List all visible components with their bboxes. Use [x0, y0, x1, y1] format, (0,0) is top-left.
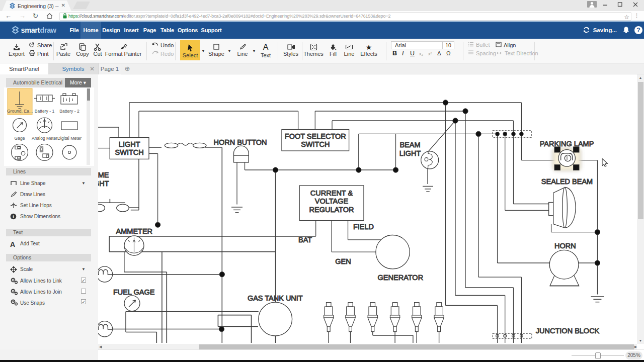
svg-text:SWITCH: SWITCH: [115, 148, 144, 156]
svg-text:HORN BUTTON: HORN BUTTON: [213, 138, 267, 146]
svg-text:PARKING LAMP: PARKING LAMP: [540, 140, 594, 148]
svg-text:JUNCTION BLOCK: JUNCTION BLOCK: [536, 327, 600, 335]
svg-text:smart: smart: [21, 26, 40, 34]
svg-text:GAS TANK UNIT: GAS TANK UNIT: [248, 294, 303, 302]
svg-text:GENERATOR: GENERATOR: [378, 274, 424, 282]
svg-text:AMMETER: AMMETER: [116, 227, 153, 235]
svg-text:SWITCH: SWITCH: [301, 140, 330, 148]
svg-text:GHT: GHT: [98, 179, 109, 188]
svg-text:draw: draw: [40, 26, 57, 34]
svg-text:REGULATOR: REGULATOR: [309, 206, 354, 214]
svg-text:Ground, Ea...: Ground, Ea...: [7, 109, 33, 114]
svg-text:BEAM: BEAM: [399, 141, 420, 149]
svg-text:Digital Meter: Digital Meter: [57, 136, 82, 141]
svg-text:Battery - 1: Battery - 1: [35, 109, 55, 114]
svg-text:GEN: GEN: [335, 257, 351, 265]
svg-text:BAT: BAT: [298, 236, 312, 244]
svg-text:LIGHT: LIGHT: [399, 149, 421, 157]
svg-text:CURRENT &: CURRENT &: [310, 189, 353, 197]
svg-text:FUEL GAGE: FUEL GAGE: [113, 288, 155, 296]
svg-text:Analog Meter: Analog Meter: [32, 136, 57, 141]
svg-text:LIGHT: LIGHT: [119, 140, 140, 148]
svg-text:SEALED BEAM: SEALED BEAM: [541, 177, 593, 186]
svg-text:Battery - 2: Battery - 2: [59, 109, 79, 114]
svg-text:FOOT SELECTOR: FOOT SELECTOR: [285, 132, 346, 140]
svg-text:HORN: HORN: [554, 242, 576, 250]
svg-text:VOLTAGE: VOLTAGE: [315, 197, 349, 205]
svg-text:FIELD: FIELD: [353, 223, 374, 231]
svg-text:ME: ME: [98, 171, 109, 179]
svg-text:Gage: Gage: [14, 136, 25, 141]
